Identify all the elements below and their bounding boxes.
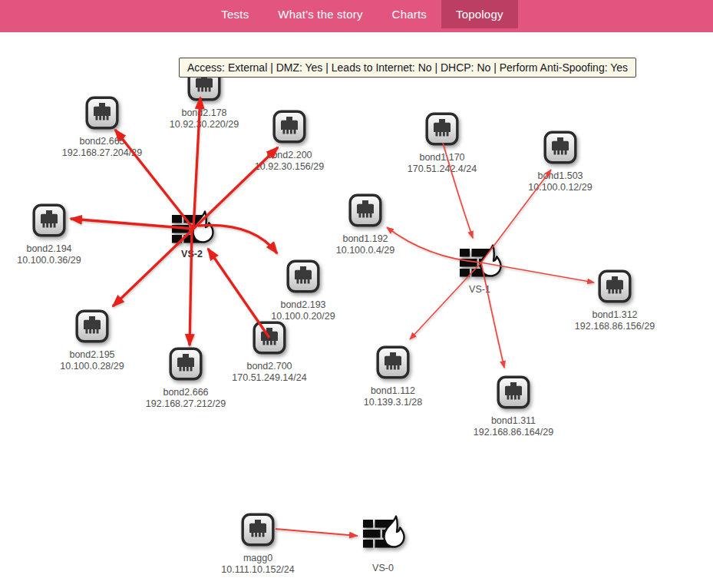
- interface-label: bond2.666192.168.27.212/29: [117, 387, 255, 410]
- interface-name: bond2.195: [23, 349, 161, 361]
- interface-name: bond1.312: [546, 309, 684, 321]
- ethernet-port-icon: [497, 375, 530, 409]
- interface-name: bond2.178: [135, 107, 273, 119]
- firewall-node-vs-2[interactable]: [170, 210, 220, 247]
- interface-name: bond2.700: [200, 361, 338, 372]
- interface-label: bond2.17810.92.30.220/29: [135, 107, 273, 130]
- interface-label: bond2.665192.168.27.204/29: [33, 136, 171, 159]
- ethernet-port-icon: [376, 345, 410, 379]
- interface-name: bond2.194: [0, 243, 118, 255]
- interface-node-bond2.195[interactable]: [75, 309, 109, 343]
- interface-name: bond1.112: [324, 385, 462, 397]
- interface-cidr: 10.100.0.36/29: [0, 255, 118, 266]
- interface-cidr: 10.92.30.220/29: [135, 119, 273, 130]
- interface-node-bond1.112[interactable]: [376, 345, 410, 379]
- firewall-node-vs-1[interactable]: [458, 244, 507, 281]
- interface-label: bond2.19410.100.0.36/29: [0, 243, 118, 266]
- firewall-label: VS-0: [337, 563, 429, 573]
- interface-node-bond2.665[interactable]: [85, 96, 119, 130]
- ethernet-port-icon: [598, 269, 632, 303]
- interface-node-bond1.311[interactable]: [497, 375, 530, 409]
- ethernet-port-icon: [348, 193, 382, 227]
- interface-name: bond2.193: [234, 299, 372, 311]
- ethernet-port-icon: [543, 130, 577, 164]
- interface-name: bond1.192: [296, 233, 434, 245]
- interface-label: bond1.312192.168.86.156/29: [546, 309, 684, 332]
- link-magg0-to-vs-0: [276, 529, 358, 536]
- tab-tests[interactable]: Tests: [206, 0, 263, 28]
- ethernet-port-icon: [32, 203, 66, 237]
- interface-node-bond1.312[interactable]: [598, 269, 632, 303]
- interface-name: bond2.665: [33, 136, 171, 147]
- ethernet-port-icon: [75, 309, 109, 343]
- interface-node-bond2.700[interactable]: [253, 321, 286, 355]
- interface-node-bond2.200[interactable]: [272, 110, 306, 144]
- interface-cidr: 10.92.30.156/29: [220, 161, 358, 173]
- interface-cidr: 170.51.242.4/24: [373, 164, 511, 175]
- tab-charts[interactable]: Charts: [378, 0, 441, 28]
- interface-label: bond1.11210.139.3.1/28: [324, 385, 462, 408]
- interface-label: bond2.19310.100.0.20/29: [234, 299, 372, 322]
- interface-label: bond1.311192.168.86.164/29: [444, 415, 583, 438]
- ethernet-port-icon: [85, 96, 119, 130]
- interface-node-bond1.503[interactable]: [543, 130, 577, 164]
- interface-label: bond1.170170.51.242.4/24: [373, 152, 511, 175]
- interface-cidr: 10.100.0.20/29: [234, 311, 372, 322]
- top-nav: TestsWhat's the storyChartsTopology: [0, 0, 713, 32]
- interface-label: magg010.111.10.152/24: [189, 553, 327, 576]
- interface-name: bond1.311: [444, 415, 583, 427]
- interface-label: bond2.19510.100.0.28/29: [23, 349, 161, 372]
- ethernet-port-icon: [241, 513, 275, 547]
- interface-cidr: 192.168.27.212/29: [117, 398, 255, 410]
- firewall-icon: [170, 210, 220, 247]
- topology-canvas: bond2.665192.168.27.204/29bond2.17810.92…: [0, 0, 713, 588]
- interface-node-magg0[interactable]: [241, 513, 275, 547]
- interface-name: bond1.170: [373, 152, 511, 164]
- tab-what-s-the-story[interactable]: What's the story: [263, 0, 377, 28]
- interface-name: bond2.200: [220, 150, 358, 161]
- interface-cidr: 192.168.86.156/29: [546, 321, 684, 332]
- interface-cidr: 10.139.3.1/28: [324, 397, 462, 408]
- interface-tooltip: Access: External | DMZ: Yes | Leads to I…: [179, 58, 636, 78]
- firewall-icon: [458, 244, 507, 281]
- tab-topology[interactable]: Topology: [441, 0, 518, 28]
- interface-cidr: 10.111.10.152/24: [189, 564, 327, 576]
- interface-node-bond2.193[interactable]: [286, 259, 320, 293]
- interface-label: bond1.50310.100.0.12/29: [491, 170, 629, 193]
- interface-name: bond1.503: [491, 170, 629, 182]
- interface-node-bond1.192[interactable]: [348, 193, 382, 227]
- interface-node-bond1.170[interactable]: [425, 112, 459, 146]
- interface-name: magg0: [189, 553, 327, 564]
- interface-cidr: 10.100.0.4/29: [296, 245, 434, 256]
- interface-cidr: 10.100.0.28/29: [23, 361, 161, 372]
- interface-label: bond2.700170.51.249.14/24: [200, 361, 338, 384]
- ethernet-port-icon: [425, 112, 459, 146]
- interface-label: bond1.19210.100.0.4/29: [296, 233, 434, 256]
- interface-cidr: 170.51.249.14/24: [200, 372, 338, 384]
- interface-cidr: 10.100.0.12/29: [491, 182, 629, 193]
- firewall-label: VS-2: [146, 249, 238, 259]
- interface-label: bond2.20010.92.30.156/29: [220, 150, 358, 173]
- interface-name: bond2.666: [117, 387, 255, 398]
- firewall-node-vs-0[interactable]: [361, 515, 411, 552]
- firewall-icon: [361, 515, 411, 552]
- interface-cidr: 192.168.27.204/29: [33, 147, 171, 159]
- firewall-label: VS-1: [434, 284, 526, 295]
- interface-cidr: 192.168.86.164/29: [444, 427, 583, 438]
- interface-node-bond2.194[interactable]: [32, 203, 66, 237]
- ethernet-port-icon: [253, 321, 286, 355]
- ethernet-port-icon: [286, 259, 320, 293]
- ethernet-port-icon: [169, 347, 203, 381]
- ethernet-port-icon: [272, 110, 306, 144]
- interface-node-bond2.666[interactable]: [169, 347, 203, 381]
